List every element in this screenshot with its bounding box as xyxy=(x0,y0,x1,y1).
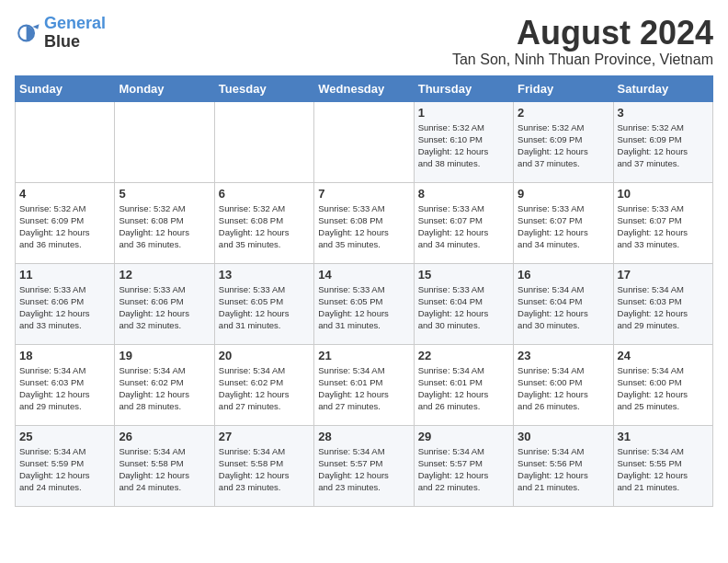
day-info: Sunrise: 5:34 AM Sunset: 5:55 PM Dayligh… xyxy=(618,445,709,494)
day-info: Sunrise: 5:32 AM Sunset: 6:09 PM Dayligh… xyxy=(518,121,609,170)
weekday-header-thursday: Thursday xyxy=(414,75,513,101)
calendar-table: SundayMondayTuesdayWednesdayThursdayFrid… xyxy=(15,75,713,507)
calendar-cell: 6Sunrise: 5:32 AM Sunset: 6:08 PM Daylig… xyxy=(214,182,313,263)
day-info: Sunrise: 5:34 AM Sunset: 6:00 PM Dayligh… xyxy=(618,364,709,413)
calendar-cell: 7Sunrise: 5:33 AM Sunset: 6:08 PM Daylig… xyxy=(314,182,414,263)
day-number: 16 xyxy=(518,268,609,282)
calendar-cell: 9Sunrise: 5:33 AM Sunset: 6:07 PM Daylig… xyxy=(514,182,613,263)
day-number: 3 xyxy=(618,106,709,120)
day-number: 10 xyxy=(618,187,709,201)
calendar-cell: 31Sunrise: 5:34 AM Sunset: 5:55 PM Dayli… xyxy=(613,425,712,506)
day-info: Sunrise: 5:32 AM Sunset: 6:10 PM Dayligh… xyxy=(418,121,509,170)
day-info: Sunrise: 5:34 AM Sunset: 6:02 PM Dayligh… xyxy=(219,364,310,413)
calendar-cell: 18Sunrise: 5:34 AM Sunset: 6:03 PM Dayli… xyxy=(16,344,115,425)
page-header: General Blue August 2024 Tan Son, Ninh T… xyxy=(15,15,713,68)
day-info: Sunrise: 5:33 AM Sunset: 6:07 PM Dayligh… xyxy=(618,202,709,251)
calendar-cell xyxy=(115,101,214,182)
day-number: 9 xyxy=(518,187,609,201)
day-number: 4 xyxy=(19,187,110,201)
day-number: 21 xyxy=(318,349,409,362)
calendar-cell xyxy=(16,101,115,182)
calendar-cell: 17Sunrise: 5:34 AM Sunset: 6:03 PM Dayli… xyxy=(613,263,712,344)
day-info: Sunrise: 5:33 AM Sunset: 6:07 PM Dayligh… xyxy=(418,202,509,251)
day-number: 22 xyxy=(418,349,509,362)
day-info: Sunrise: 5:34 AM Sunset: 6:00 PM Dayligh… xyxy=(518,364,609,413)
day-info: Sunrise: 5:34 AM Sunset: 5:59 PM Dayligh… xyxy=(19,445,110,494)
calendar-cell xyxy=(214,101,313,182)
day-number: 5 xyxy=(119,187,210,201)
week-row-1: 1Sunrise: 5:32 AM Sunset: 6:10 PM Daylig… xyxy=(16,101,713,182)
day-number: 15 xyxy=(418,268,509,282)
day-info: Sunrise: 5:34 AM Sunset: 5:58 PM Dayligh… xyxy=(219,445,310,494)
day-number: 2 xyxy=(518,106,609,120)
day-info: Sunrise: 5:32 AM Sunset: 6:09 PM Dayligh… xyxy=(618,121,709,170)
calendar-cell: 20Sunrise: 5:34 AM Sunset: 6:02 PM Dayli… xyxy=(214,344,313,425)
day-number: 31 xyxy=(618,430,709,443)
calendar-cell: 29Sunrise: 5:34 AM Sunset: 5:57 PM Dayli… xyxy=(414,425,513,506)
calendar-title: August 2024 xyxy=(452,15,713,52)
day-number: 11 xyxy=(19,268,110,282)
calendar-body: 1Sunrise: 5:32 AM Sunset: 6:10 PM Daylig… xyxy=(16,101,713,506)
calendar-cell: 19Sunrise: 5:34 AM Sunset: 6:02 PM Dayli… xyxy=(115,344,214,425)
day-info: Sunrise: 5:34 AM Sunset: 5:57 PM Dayligh… xyxy=(318,445,409,494)
day-info: Sunrise: 5:34 AM Sunset: 6:03 PM Dayligh… xyxy=(19,364,110,413)
weekday-header-saturday: Saturday xyxy=(613,75,712,101)
calendar-cell: 21Sunrise: 5:34 AM Sunset: 6:01 PM Dayli… xyxy=(314,344,414,425)
weekday-header-friday: Friday xyxy=(514,75,613,101)
weekday-header-monday: Monday xyxy=(115,75,214,101)
day-info: Sunrise: 5:34 AM Sunset: 5:56 PM Dayligh… xyxy=(518,445,609,494)
day-number: 17 xyxy=(618,268,709,282)
calendar-cell: 24Sunrise: 5:34 AM Sunset: 6:00 PM Dayli… xyxy=(613,344,712,425)
day-number: 18 xyxy=(19,349,110,362)
calendar-cell: 11Sunrise: 5:33 AM Sunset: 6:06 PM Dayli… xyxy=(16,263,115,344)
day-number: 29 xyxy=(418,430,509,443)
calendar-subtitle: Tan Son, Ninh Thuan Province, Vietnam xyxy=(452,52,713,68)
calendar-cell: 27Sunrise: 5:34 AM Sunset: 5:58 PM Dayli… xyxy=(214,425,313,506)
weekday-header-wednesday: Wednesday xyxy=(314,75,414,101)
day-number: 25 xyxy=(19,430,110,443)
title-block: August 2024 Tan Son, Ninh Thuan Province… xyxy=(452,15,713,68)
day-number: 27 xyxy=(219,430,310,443)
day-info: Sunrise: 5:34 AM Sunset: 6:02 PM Dayligh… xyxy=(119,364,210,413)
calendar-cell: 15Sunrise: 5:33 AM Sunset: 6:04 PM Dayli… xyxy=(414,263,513,344)
day-info: Sunrise: 5:34 AM Sunset: 6:03 PM Dayligh… xyxy=(618,283,709,332)
calendar-cell: 14Sunrise: 5:33 AM Sunset: 6:05 PM Dayli… xyxy=(314,263,414,344)
calendar-cell: 4Sunrise: 5:32 AM Sunset: 6:09 PM Daylig… xyxy=(16,182,115,263)
calendar-header: SundayMondayTuesdayWednesdayThursdayFrid… xyxy=(16,75,713,101)
calendar-cell: 16Sunrise: 5:34 AM Sunset: 6:04 PM Dayli… xyxy=(514,263,613,344)
logo-icon xyxy=(15,20,40,46)
day-number: 28 xyxy=(318,430,409,443)
weekday-header-sunday: Sunday xyxy=(16,75,115,101)
calendar-cell: 13Sunrise: 5:33 AM Sunset: 6:05 PM Dayli… xyxy=(214,263,313,344)
calendar-cell: 10Sunrise: 5:33 AM Sunset: 6:07 PM Dayli… xyxy=(613,182,712,263)
day-number: 13 xyxy=(219,268,310,282)
day-number: 20 xyxy=(219,349,310,362)
week-row-3: 11Sunrise: 5:33 AM Sunset: 6:06 PM Dayli… xyxy=(16,263,713,344)
calendar-cell: 5Sunrise: 5:32 AM Sunset: 6:08 PM Daylig… xyxy=(115,182,214,263)
day-info: Sunrise: 5:33 AM Sunset: 6:06 PM Dayligh… xyxy=(119,283,210,332)
day-info: Sunrise: 5:34 AM Sunset: 6:01 PM Dayligh… xyxy=(318,364,409,413)
logo-text: General Blue xyxy=(44,15,106,52)
day-info: Sunrise: 5:33 AM Sunset: 6:04 PM Dayligh… xyxy=(418,283,509,332)
day-info: Sunrise: 5:33 AM Sunset: 6:05 PM Dayligh… xyxy=(219,283,310,332)
day-info: Sunrise: 5:34 AM Sunset: 5:58 PM Dayligh… xyxy=(119,445,210,494)
calendar-cell: 26Sunrise: 5:34 AM Sunset: 5:58 PM Dayli… xyxy=(115,425,214,506)
day-info: Sunrise: 5:33 AM Sunset: 6:05 PM Dayligh… xyxy=(318,283,409,332)
day-info: Sunrise: 5:34 AM Sunset: 6:04 PM Dayligh… xyxy=(518,283,609,332)
calendar-cell: 28Sunrise: 5:34 AM Sunset: 5:57 PM Dayli… xyxy=(314,425,414,506)
day-info: Sunrise: 5:33 AM Sunset: 6:08 PM Dayligh… xyxy=(318,202,409,251)
day-info: Sunrise: 5:33 AM Sunset: 6:07 PM Dayligh… xyxy=(518,202,609,251)
day-info: Sunrise: 5:34 AM Sunset: 5:57 PM Dayligh… xyxy=(418,445,509,494)
day-info: Sunrise: 5:32 AM Sunset: 6:08 PM Dayligh… xyxy=(119,202,210,251)
week-row-4: 18Sunrise: 5:34 AM Sunset: 6:03 PM Dayli… xyxy=(16,344,713,425)
day-info: Sunrise: 5:34 AM Sunset: 6:01 PM Dayligh… xyxy=(418,364,509,413)
calendar-cell xyxy=(314,101,414,182)
day-info: Sunrise: 5:32 AM Sunset: 6:09 PM Dayligh… xyxy=(19,202,110,251)
calendar-cell: 12Sunrise: 5:33 AM Sunset: 6:06 PM Dayli… xyxy=(115,263,214,344)
weekday-header-tuesday: Tuesday xyxy=(214,75,313,101)
day-number: 14 xyxy=(318,268,409,282)
day-number: 23 xyxy=(518,349,609,362)
calendar-cell: 8Sunrise: 5:33 AM Sunset: 6:07 PM Daylig… xyxy=(414,182,513,263)
weekday-row: SundayMondayTuesdayWednesdayThursdayFrid… xyxy=(16,75,713,101)
calendar-cell: 1Sunrise: 5:32 AM Sunset: 6:10 PM Daylig… xyxy=(414,101,513,182)
